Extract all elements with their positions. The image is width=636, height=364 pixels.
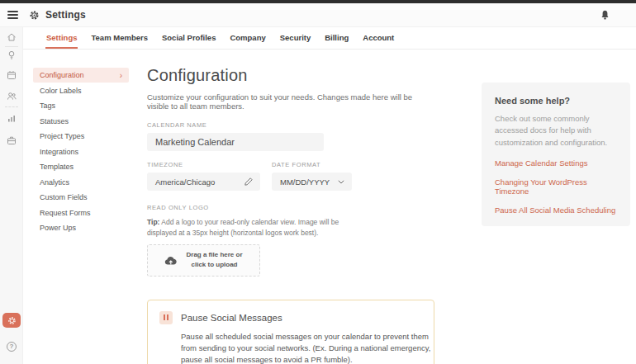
users-icon[interactable] [7, 91, 17, 101]
settings-side-nav: Configuration › Color Labels Tags Status… [33, 68, 129, 236]
rail-divider [5, 46, 18, 47]
pause-icon [159, 311, 173, 324]
nav-item-color-labels[interactable]: Color Labels [33, 83, 129, 98]
briefcase-icon[interactable] [7, 135, 17, 145]
page-title: Configuration [147, 66, 434, 85]
nav-item-integrations[interactable]: Integrations [33, 144, 129, 159]
date-format-select[interactable]: MM/DD/YYYY [272, 173, 352, 191]
timezone-field[interactable]: America/Chicago [147, 173, 260, 191]
cloud-upload-icon [164, 255, 178, 266]
page-header-title: Settings [45, 9, 86, 21]
chevron-right-icon: › [120, 71, 122, 80]
tab-account[interactable]: Account [362, 27, 395, 49]
help-description: Check out some commonly accessed docs fo… [495, 113, 617, 149]
menu-icon[interactable] [7, 11, 18, 19]
tab-company[interactable]: Company [229, 27, 266, 49]
home-icon[interactable] [7, 32, 17, 42]
bar-chart-icon[interactable] [7, 113, 17, 123]
calendar-icon[interactable] [7, 70, 17, 80]
nav-item-request-forms[interactable]: Request Forms [33, 206, 129, 220]
gear-icon [29, 10, 40, 21]
pencil-icon[interactable] [244, 177, 253, 186]
settings-tab-bar: Settings Team Members Social Profiles Co… [23, 27, 636, 50]
help-link-pause-social-scheduling[interactable]: Pause All Social Media Scheduling [495, 206, 617, 215]
configuration-panel: Configuration Customize your configurati… [147, 66, 434, 364]
lightbulb-icon[interactable] [7, 50, 17, 60]
tab-settings[interactable]: Settings [45, 27, 78, 49]
nav-item-power-ups[interactable]: Power Ups [33, 220, 129, 235]
tab-security[interactable]: Security [279, 27, 312, 49]
nav-item-templates[interactable]: Templates [33, 159, 129, 174]
help-link-manage-calendar-settings[interactable]: Manage Calendar Settings [495, 158, 617, 168]
tab-team-members[interactable]: Team Members [90, 27, 148, 49]
upload-text: Drag a file here or click to upload [186, 250, 242, 271]
app-header: Settings [0, 3, 636, 27]
nav-item-analytics[interactable]: Analytics [33, 175, 129, 190]
main-content: Settings Team Members Social Profiles Co… [23, 27, 636, 364]
settings-rail-item-active[interactable] [2, 313, 21, 328]
pause-social-messages-card: Pause Social Messages Pause all schedule… [147, 300, 434, 364]
chevron-down-icon [338, 180, 344, 184]
timezone-label: TIMEZONE [147, 161, 260, 168]
logo-tip-text: Tip: Add a logo to your read-only calend… [147, 217, 368, 239]
nav-item-project-types[interactable]: Project Types [33, 129, 129, 144]
bell-icon[interactable] [600, 9, 610, 21]
help-sidebar: Need some help? Check out some commonly … [482, 83, 630, 226]
page-description: Customize your configuration to suit you… [147, 92, 434, 111]
tab-social-profiles[interactable]: Social Profiles [161, 27, 216, 49]
help-icon[interactable]: ? [7, 342, 17, 352]
pause-card-title: Pause Social Messages [181, 313, 282, 323]
help-title: Need some help? [495, 96, 617, 106]
date-format-label: DATE FORMAT [272, 161, 352, 168]
calendar-name-input[interactable] [147, 133, 324, 151]
logo-upload-dropzone[interactable]: Drag a file here or click to upload [147, 244, 260, 277]
settings-gear-icon [7, 316, 17, 325]
help-link-wordpress-timezone[interactable]: Changing Your WordPress Timezone [495, 177, 617, 196]
nav-item-statuses[interactable]: Statuses [33, 114, 129, 129]
tab-billing[interactable]: Billing [324, 27, 349, 49]
left-icon-rail: ? [0, 27, 23, 364]
nav-item-configuration[interactable]: Configuration › [33, 68, 129, 83]
calendar-name-label: CALENDAR NAME [147, 121, 434, 129]
read-only-logo-label: READ ONLY LOGO [147, 204, 434, 211]
nav-item-custom-fields[interactable]: Custom Fields [33, 190, 129, 205]
pause-card-body: Pause all scheduled social messages on y… [181, 331, 439, 364]
rail-divider-dashed [5, 106, 18, 107]
nav-item-tags[interactable]: Tags [33, 98, 129, 113]
